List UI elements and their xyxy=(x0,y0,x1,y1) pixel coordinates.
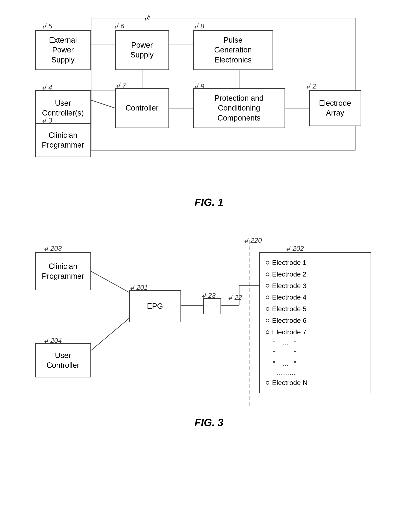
electrode-ellipsis-1: ” … ” xyxy=(266,338,365,348)
fig1-diagram: 1 ↲ ↲ 5 ExternalPowerSupply ↲ 6 PowerSup… xyxy=(29,12,389,192)
svg-line-14 xyxy=(91,318,129,350)
electrode-array-box: Electrode 1 Electrode 2 Electrode 3 Elec… xyxy=(259,252,371,393)
electrode-dot-2 xyxy=(266,272,269,276)
electrode-5: Electrode 5 xyxy=(266,303,365,315)
electrode-dot-5 xyxy=(266,307,269,311)
electrode-ellipsis-3: ” … ” xyxy=(266,358,365,369)
fig1-container: 1 ↲ ↲ 5 ExternalPowerSupply ↲ 6 PowerSup… xyxy=(29,12,389,220)
ref-201-label: ↲ 201 xyxy=(129,283,148,291)
electrode-6: Electrode 6 xyxy=(266,315,365,326)
ref-3-label: ↲ 3 xyxy=(41,116,52,124)
electrode-dot-3 xyxy=(266,284,269,287)
electrode-2: Electrode 2 xyxy=(266,269,365,280)
ref-8-label: ↲ 8 xyxy=(193,22,204,30)
ref-204-label: ↲ 204 xyxy=(43,336,62,344)
ref-2-label: ↲ 2 xyxy=(305,82,316,90)
ref-23-label: ↲ 23 xyxy=(201,291,216,299)
electrode-dot-4 xyxy=(266,296,269,299)
fig3-caption: FIG. 3 xyxy=(29,416,389,428)
ref-22-label: ↲ 22 xyxy=(227,293,242,301)
box-clinician-programmer-fig3: ClinicianProgrammer xyxy=(35,252,91,290)
electrode-dot-1 xyxy=(266,261,269,264)
fig1-caption: FIG. 1 xyxy=(29,196,389,208)
svg-line-13 xyxy=(91,271,129,292)
ref-5-label: ↲ 5 xyxy=(41,22,52,30)
ref-220-label: ↲ 220 xyxy=(243,236,262,244)
page: 1 ↲ ↲ 5 ExternalPowerSupply ↲ 6 PowerSup… xyxy=(0,0,418,532)
ref-202-label: ↲ 202 xyxy=(285,244,304,252)
box-connector xyxy=(203,298,221,314)
fig3-diagram: ↲ 220 ↲ 203 ClinicianProgrammer ↲ 201 EP… xyxy=(29,232,389,413)
box-epg: EPG xyxy=(129,290,181,322)
electrode-n: Electrode N xyxy=(266,377,365,389)
electrode-dot-n xyxy=(266,381,269,385)
electrode-dot-6 xyxy=(266,319,269,322)
box-clinician-programmer-fig1: ClinicianProgrammer xyxy=(35,123,91,157)
box-electrode-array-fig1: ElectrodeArray xyxy=(309,90,361,126)
ref-203-label: ↲ 203 xyxy=(43,244,62,252)
electrode-3: Electrode 3 xyxy=(266,280,365,292)
fig3-container: ↲ 220 ↲ 203 ClinicianProgrammer ↲ 201 EP… xyxy=(29,232,389,440)
svg-line-7 xyxy=(91,100,115,108)
electrode-dot-7 xyxy=(266,330,269,334)
box-pulse-generation: PulseGenerationElectronics xyxy=(193,30,273,70)
box-external-power-supply: ExternalPowerSupply xyxy=(35,30,91,70)
box-user-controller-fig3: UserController xyxy=(35,343,91,378)
electrode-dots: ……… xyxy=(266,369,365,377)
ref-7-label: ↲ 7 xyxy=(115,81,126,89)
electrode-1: Electrode 1 xyxy=(266,257,365,269)
box-controller: Controller xyxy=(115,88,169,128)
electrode-7: Electrode 7 xyxy=(266,326,365,338)
box-protection: Protection andConditioningComponents xyxy=(193,88,285,128)
electrode-4: Electrode 4 xyxy=(266,292,365,303)
box-power-supply: PowerSupply xyxy=(115,30,169,70)
electrode-ellipsis-2: ” … ” xyxy=(266,348,365,358)
ref-6-label: ↲ 6 xyxy=(113,22,124,30)
ref-4-label: ↲ 4 xyxy=(41,83,52,91)
